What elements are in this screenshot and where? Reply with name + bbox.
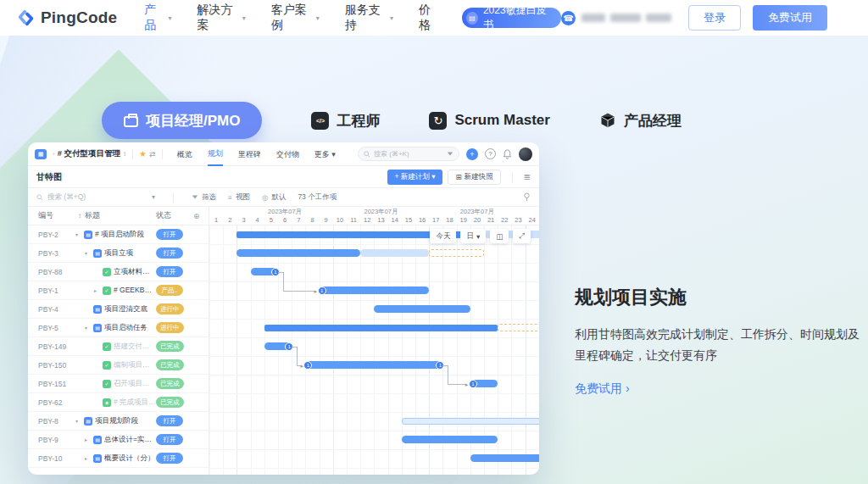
status-badge[interactable]: 打开 [156,415,183,426]
free-trial-link[interactable]: 免费试用 › [575,381,630,395]
work-item-title[interactable]: 项目立项 [104,248,133,259]
gantt-bar[interactable] [264,325,498,331]
gantt-bar[interactable] [402,418,539,425]
work-item-title[interactable]: 概要设计（分） [104,453,155,464]
work-item-title[interactable]: 项目启动任务 [104,323,147,333]
nav-item-服务支持[interactable]: 服务支持▾ [345,3,393,33]
nav-item-产品[interactable]: 产品▾ [144,3,171,33]
switch-project-icon[interactable]: ⇄ [149,150,156,159]
status-badge[interactable]: 打开 [156,434,183,445]
project-tab-更多[interactable]: 更多 ▾ [314,143,336,165]
nav-item-价格[interactable]: 价格 [419,3,440,33]
status-badge[interactable]: 已完成 [156,359,184,370]
project-tab-里程碑[interactable]: 里程碑 [238,143,261,165]
gantt-bar[interactable] [470,454,539,462]
work-item-title[interactable]: 总体设计=实施方案（... [104,435,156,445]
global-search-input[interactable]: 搜索 (⌘+K) [358,147,459,161]
login-button[interactable]: 登录 [688,5,741,31]
project-tab-交付物[interactable]: 交付物 [276,143,299,165]
gantt-bar[interactable]: 1 [251,268,278,275]
project-tab-概览[interactable]: 概览 [177,143,192,165]
status-badge[interactable]: 进行中 [156,322,184,333]
help-icon[interactable]: ? [485,148,496,159]
table-row[interactable]: PBY-88✓立项材料编辑打开 [28,263,209,281]
table-row[interactable]: PBY-10▸▤概要设计（分）打开 [28,449,209,468]
project-name[interactable]: # 交付型项目管理 [58,148,120,159]
work-item-title[interactable]: # GEEKBOOKS 极... [114,286,156,296]
fullscreen-icon[interactable]: ⤢ [513,229,531,243]
table-row[interactable]: PBY-5▾▤项目启动任务进行中 [28,319,209,337]
table-row[interactable]: PBY-4▤项目澄清交底进行中 [28,300,209,319]
expand-icon[interactable]: ▾ [85,250,91,256]
gantt-bar[interactable] [429,249,484,257]
table-row[interactable]: PBY-62◈# 完成项目启动阶段...已完成 [28,393,209,412]
expand-icon[interactable]: ▾ [85,325,91,331]
split-view-icon[interactable]: ◫ [490,229,509,243]
whitepaper-badge[interactable]: ▤ 2023敏捷白皮书 [462,8,561,28]
free-trial-button[interactable]: 免费试用 [753,5,827,31]
gantt-bar[interactable]: 1 [264,342,292,350]
filter-search-input[interactable]: 搜索 (⌘+Q) ▾ [36,192,155,203]
status-badge[interactable]: 打开 [156,229,183,240]
location-pin-icon[interactable] [523,192,531,202]
gantt-bar[interactable]: 1 [320,287,430,294]
table-row[interactable]: PBY-9▸▤总体设计=实施方案（...打开 [28,431,209,449]
table-row[interactable]: PBY-149✓搭建交付群和工作台已完成 [28,337,209,356]
status-badge[interactable]: 产品.. [156,285,183,296]
gantt-bar[interactable] [498,324,539,331]
work-item-title[interactable]: 召开项目开工会 [114,379,156,389]
expand-icon[interactable]: ▸ [85,437,91,442]
logo[interactable]: PingCode [17,8,117,27]
work-item-title[interactable]: 编制项目章程 [114,360,156,370]
gantt-bar[interactable] [236,249,360,257]
gantt-bar[interactable]: 11 [305,361,442,369]
table-row[interactable]: PBY-2▾▤# 项目启动阶段打开 [28,225,209,244]
status-badge[interactable]: 进行中 [156,303,184,314]
new-snapshot-button[interactable]: ⊞新建快照 [448,170,500,185]
status-badge[interactable]: 打开 [156,266,183,277]
today-button[interactable]: 今天 [430,229,456,243]
persona-tab-engineer[interactable]: </> 工程师 [311,111,380,131]
new-plan-button[interactable]: + 新建计划 ▾ [387,170,443,185]
sort-toggle-icon[interactable]: ↕ [123,150,126,158]
notification-bell-icon[interactable] [503,149,512,159]
gantt-bar[interactable] [360,249,429,257]
user-avatar[interactable] [519,147,532,161]
table-row[interactable]: PBY-1▸✓# GEEKBOOKS 极...产品.. [28,281,209,300]
nav-item-客户案例[interactable]: 客户案例▾ [271,3,320,33]
work-item-title[interactable]: # 项目启动阶段 [95,230,144,240]
status-badge[interactable]: 已完成 [156,378,184,389]
status-badge[interactable]: 已完成 [156,341,184,352]
work-item-title[interactable]: # 完成项目启动阶段... [114,398,156,408]
status-badge[interactable]: 已完成 [156,397,184,408]
view-button[interactable]: ≡视图 [228,192,250,203]
table-row[interactable]: PBY-150✓编制项目章程已完成 [28,356,209,375]
expand-icon[interactable]: ▾ [75,418,81,424]
work-item-title[interactable]: 项目澄清交底 [104,304,147,314]
gantt-bar[interactable]: 1 [470,380,498,387]
work-item-title[interactable]: 项目规划阶段 [95,416,138,426]
work-item-title[interactable]: 搭建交付群和工作台 [114,342,156,352]
column-title[interactable]: ↕标题 [75,210,156,221]
persona-tab-scrum-master[interactable]: ↻ Scrum Master [429,112,549,130]
status-badge[interactable]: 打开 [156,453,183,464]
filter-button[interactable]: 筛选 [192,192,216,203]
scale-select[interactable]: 日 ▾ [460,229,486,243]
favorite-star-icon[interactable]: ★ [139,149,147,159]
persona-tab-pmo[interactable]: 项目经理/PMO [102,102,262,139]
expand-icon[interactable]: ▾ [75,231,81,237]
status-badge[interactable]: 打开 [156,248,183,259]
quick-create-icon[interactable]: + [466,148,478,160]
work-item-title[interactable]: 立项材料编辑 [114,267,156,277]
default-view-button[interactable]: ◎默认 [262,192,286,203]
gantt-bar[interactable] [402,436,498,443]
table-row[interactable]: PBY-3▾▤项目立项打开 [28,244,209,263]
column-id[interactable]: 编号 [28,210,75,221]
table-row[interactable]: PBY-8▾▤项目规划阶段打开 [28,412,209,431]
expand-icon[interactable]: ▸ [94,287,100,293]
project-tab-规划[interactable]: 规划 [208,142,223,166]
list-view-icon[interactable]: ≣ [524,172,531,181]
column-status[interactable]: 状态 [156,210,193,221]
search-filter-icon[interactable] [448,153,453,156]
nav-item-解决方案[interactable]: 解决方案▾ [197,3,245,33]
